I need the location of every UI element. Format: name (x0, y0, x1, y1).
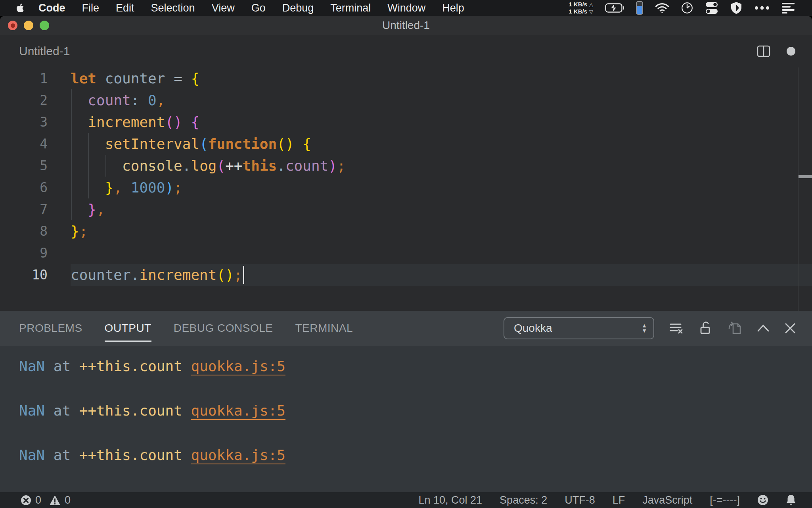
code-line-7[interactable]: 7 }, (0, 198, 812, 220)
status-ln-10-col-21[interactable]: Ln 10, Col 21 (418, 494, 482, 506)
line-number: 8 (0, 220, 71, 242)
menu-code[interactable]: Code (30, 2, 74, 14)
output-text: ++this.count (79, 447, 182, 463)
code-line-8[interactable]: 8}; (0, 220, 812, 242)
output-console[interactable]: NaN at ++this.count quokka.js:5NaN at ++… (0, 346, 812, 492)
code-line-4[interactable]: 4 setInterval(function() { (0, 133, 812, 155)
status-lf[interactable]: LF (613, 494, 625, 506)
code-text: increment() { (71, 111, 199, 133)
output-source-link[interactable]: quokka.js:5 (191, 358, 285, 374)
network-speed-indicator[interactable]: 1 KB/s△ 1 KB/s▽ (569, 1, 593, 15)
code-line-5[interactable]: 5 console.log(++this.count); (0, 155, 812, 177)
editor-title-bar: Untitled-1 (0, 35, 812, 67)
output-text: at (45, 358, 79, 374)
tab-debug-console[interactable]: DEBUG CONSOLE (174, 319, 273, 337)
code-text: }; (71, 220, 88, 242)
code-text: }, 1000); (71, 177, 182, 198)
menu-file[interactable]: File (74, 2, 108, 14)
menu-terminal[interactable]: Terminal (322, 2, 379, 14)
code-line-3[interactable]: 3 increment() { (0, 111, 812, 133)
line-number: 2 (0, 89, 71, 111)
code-line-6[interactable]: 6 }, 1000); (0, 177, 812, 198)
unlock-icon[interactable] (698, 321, 713, 336)
feedback-smiley-icon[interactable] (757, 495, 768, 506)
control-center-icon[interactable] (705, 2, 718, 14)
tab-terminal[interactable]: TERMINAL (295, 319, 353, 337)
split-editor-icon[interactable] (756, 44, 771, 58)
close-panel-icon[interactable] (784, 322, 796, 334)
download-arrow-icon: ▽ (589, 9, 593, 15)
output-channel-select[interactable]: Quokka ▲▼ (504, 317, 654, 339)
menu-view[interactable]: View (203, 2, 243, 14)
line-number: 1 (0, 67, 71, 89)
clear-output-icon[interactable] (668, 321, 684, 336)
warning-count: 0 (65, 494, 71, 506)
zoom-window-button[interactable] (40, 21, 49, 30)
menu-help[interactable]: Help (434, 2, 473, 14)
menu-edit[interactable]: Edit (107, 2, 143, 14)
apple-logo-icon[interactable] (14, 2, 25, 14)
code-editor[interactable]: 1let counter = {2 count: 0,3 increment()… (0, 67, 812, 311)
errors-icon (21, 495, 31, 506)
line-number: 5 (0, 155, 71, 177)
menu-go[interactable]: Go (243, 2, 274, 14)
select-arrows-icon: ▲▼ (642, 323, 647, 333)
notifications-bell-icon[interactable] (786, 495, 796, 506)
overview-ruler-border (798, 67, 799, 311)
maximize-panel-icon[interactable] (756, 324, 770, 333)
open-output-in-editor-icon[interactable] (727, 321, 742, 336)
code-text: setInterval(function() { (71, 133, 311, 155)
close-window-button[interactable] (8, 21, 17, 30)
minimize-window-button[interactable] (24, 21, 33, 30)
warnings-icon (49, 495, 61, 506)
code-line-2[interactable]: 2 count: 0, (0, 89, 812, 111)
status-utf-8[interactable]: UTF-8 (565, 494, 595, 506)
text-cursor (243, 266, 244, 284)
line-number: 9 (0, 242, 71, 264)
wifi-icon[interactable] (655, 2, 669, 13)
upload-arrow-icon: △ (589, 2, 593, 8)
panel-header: PROBLEMSOUTPUTDEBUG CONSOLETERMINAL Quok… (0, 311, 812, 346)
overview-ruler-mark (799, 175, 812, 178)
menu-items: CodeFileEditSelectionViewGoDebugTerminal… (30, 2, 473, 14)
code-text: let counter = { (71, 67, 199, 89)
shield-icon[interactable] (730, 2, 742, 14)
status-[interactable]: [-=----] (710, 494, 740, 506)
menu-selection[interactable]: Selection (143, 2, 203, 14)
vscode-window: Untitled-1 Untitled-1 1let counter = {2 … (0, 16, 812, 508)
output-source-link[interactable]: quokka.js:5 (191, 447, 285, 463)
menu-window[interactable]: Window (379, 2, 434, 14)
tab-output[interactable]: OUTPUT (105, 319, 151, 337)
code-line-1[interactable]: 1let counter = { (0, 67, 812, 89)
menubar-status-icons: 1 KB/s△ 1 KB/s▽ (569, 1, 795, 15)
modified-dot[interactable] (787, 47, 795, 56)
status-bar: 0 0 Ln 10, Col 21Spaces: 2UTF-8LFJavaScr… (0, 492, 812, 508)
clock-icon[interactable] (681, 2, 693, 14)
code-line-10[interactable]: 10counter.increment(); (0, 264, 812, 286)
line-number: 7 (0, 198, 71, 220)
window-title: Untitled-1 (382, 19, 430, 32)
overflow-dots-icon[interactable] (754, 6, 770, 10)
output-source-link[interactable]: quokka.js:5 (191, 402, 285, 419)
line-number: 4 (0, 133, 71, 155)
editor-tab-label[interactable]: Untitled-1 (19, 44, 70, 58)
output-line: NaN at ++this.count quokka.js:5 (19, 400, 812, 421)
battery-level-icon[interactable] (636, 1, 643, 15)
output-line: NaN at ++this.count quokka.js:5 (19, 356, 812, 377)
menu-debug[interactable]: Debug (274, 2, 322, 14)
battery-charging-icon[interactable] (605, 3, 624, 13)
code-text: count: 0, (71, 89, 165, 111)
line-number: 6 (0, 177, 71, 198)
panel-tabs: PROBLEMSOUTPUTDEBUG CONSOLETERMINAL (19, 319, 353, 337)
list-icon[interactable] (782, 2, 795, 13)
tab-problems[interactable]: PROBLEMS (19, 319, 82, 337)
line-number: 10 (0, 264, 71, 286)
window-titlebar[interactable]: Untitled-1 (0, 16, 812, 35)
code-text: counter.increment(); (71, 264, 243, 286)
code-line-9[interactable]: 9 (0, 242, 812, 264)
code-text: console.log(++this.count); (71, 155, 346, 177)
problems-status[interactable]: 0 0 (21, 494, 75, 506)
status-spaces-2[interactable]: Spaces: 2 (500, 494, 547, 506)
output-text: at (45, 447, 79, 463)
status-javascript[interactable]: JavaScript (642, 494, 692, 506)
